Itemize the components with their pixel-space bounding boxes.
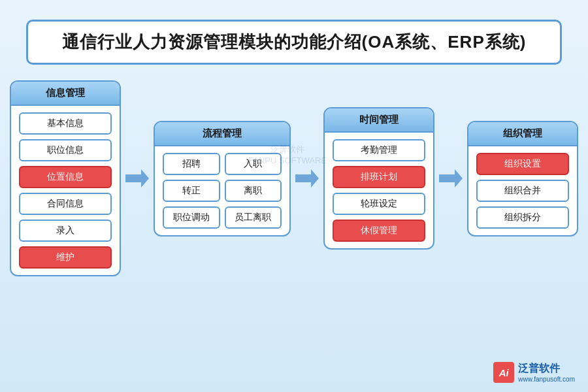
card-process: 流程管理 招聘 入职 转正 离职 职位调动 员工离职 [154,121,291,237]
logo-main-text: 泛普软件 [518,362,575,376]
card-info-header: 信息管理 [11,82,120,106]
arrow-icon [123,164,152,193]
svg-marker-0 [125,169,149,188]
card-org-body: 组织设置 组织合并 组织拆分 [468,146,577,235]
list-item: 入职 [225,153,282,175]
list-item: 位置信息 [19,166,112,188]
logo-sub-text: www.fanpusoft.com [518,376,575,383]
main-flow: 信息管理 基本信息 职位信息 位置信息 合同信息 录入 维护 流程管理 招聘 入… [10,80,578,276]
card-time-body: 考勤管理 排班计划 轮班设定 休假管理 [325,133,433,248]
list-item: 职位调动 [163,206,220,229]
list-item: 离职 [225,180,282,202]
page-title: 通信行业人力资源管理模块的功能介绍(OA系统、ERP系统) [41,31,547,54]
arrow-1 [121,164,154,193]
list-item: 维护 [19,246,112,269]
card-process-body: 招聘 入职 转正 离职 职位调动 员工离职 [155,146,289,235]
list-item: 基本信息 [19,112,112,135]
list-item: 合同信息 [19,193,112,215]
list-item: 组织设置 [476,153,569,175]
svg-marker-2 [439,169,463,188]
arrow-3 [434,164,467,193]
card-time: 时间管理 考勤管理 排班计划 轮班设定 休假管理 [323,107,434,250]
list-item: 录入 [19,220,112,242]
list-item: 轮班设定 [333,193,425,215]
arrow-icon [436,164,465,193]
logo-icon: Ai [493,362,514,383]
title-box: 通信行业人力资源管理模块的功能介绍(OA系统、ERP系统) [26,20,562,65]
card-org: 组织管理 组织设置 组织合并 组织拆分 [467,121,578,237]
list-item: 转正 [163,180,220,202]
list-item: 职位信息 [19,139,112,161]
list-item: 考勤管理 [333,139,425,161]
logo: Ai 泛普软件 www.fanpusoft.com [493,362,575,383]
list-item: 招聘 [163,153,220,175]
card-org-header: 组织管理 [468,122,577,146]
card-info: 信息管理 基本信息 职位信息 位置信息 合同信息 录入 维护 [10,80,121,276]
card-process-header: 流程管理 [155,122,289,146]
logo-text: 泛普软件 www.fanpusoft.com [518,362,575,383]
list-item: 员工离职 [225,206,282,229]
arrow-icon [293,164,321,193]
card-time-header: 时间管理 [325,108,433,133]
list-item: 休假管理 [333,220,425,242]
svg-marker-1 [295,169,319,188]
list-item: 组织合并 [476,180,569,202]
card-info-body: 基本信息 职位信息 位置信息 合同信息 录入 维护 [11,106,120,275]
list-item: 排班计划 [333,166,425,188]
list-item: 组织拆分 [476,206,569,229]
arrow-2 [291,164,323,193]
